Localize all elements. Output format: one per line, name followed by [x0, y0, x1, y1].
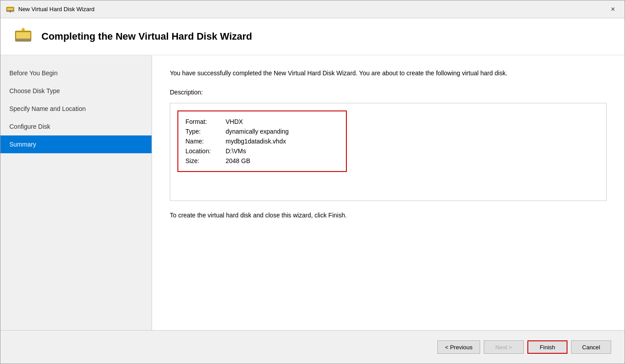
svg-rect-2 [7, 10, 14, 11]
type-label: Type: [185, 128, 226, 135]
location-value: D:\VMs [226, 147, 339, 155]
description-row-format: Format: VHDX [185, 117, 339, 127]
sidebar-item-specify-name-location[interactable]: Specify Name and Location [0, 100, 152, 118]
sidebar-item-summary[interactable]: Summary [0, 135, 152, 153]
svg-point-7 [22, 29, 24, 31]
description-row-location: Location: D:\VMs [185, 146, 339, 156]
description-row-size: Size: 2048 GB [185, 156, 339, 166]
description-row-name: Name: mydbg1datadisk.vhdx [185, 136, 339, 146]
intro-text: You have successfully completed the New … [170, 69, 526, 78]
sidebar-item-before-you-begin[interactable]: Before You Begin [0, 64, 152, 82]
wizard-window: New Virtual Hard Disk Wizard × Completin… [0, 0, 625, 364]
name-label: Name: [185, 138, 226, 145]
sidebar-item-configure-disk[interactable]: Configure Disk [0, 118, 152, 135]
title-bar-left: New Virtual Hard Disk Wizard [6, 5, 95, 14]
wizard-sidebar: Before You Begin Choose Disk Type Specif… [0, 55, 152, 330]
wizard-content: You have successfully completed the New … [152, 55, 625, 330]
sidebar-label-before-you-begin: Before You Begin [9, 70, 58, 77]
description-row-type: Type: dynamically expanding [185, 127, 339, 136]
type-value: dynamically expanding [226, 128, 339, 135]
svg-rect-5 [16, 32, 30, 38]
close-button[interactable]: × [607, 3, 619, 16]
wizard-header-icon [14, 27, 33, 46]
title-bar-text: New Virtual Hard Disk Wizard [18, 6, 95, 12]
description-inner-box: Format: VHDX Type: dynamically expanding… [177, 110, 347, 172]
wizard-footer: < Previous Next > Finish Cancel [0, 330, 625, 364]
cancel-button[interactable]: Cancel [571, 340, 611, 354]
name-value: mydbg1datadisk.vhdx [226, 138, 339, 145]
wizard-header: Completing the New Virtual Hard Disk Wiz… [0, 18, 625, 55]
svg-rect-6 [16, 39, 31, 41]
location-label: Location: [185, 147, 226, 155]
size-value: 2048 GB [226, 157, 339, 164]
sidebar-item-choose-disk-type[interactable]: Choose Disk Type [0, 82, 152, 100]
wizard-body: Before You Begin Choose Disk Type Specif… [0, 55, 625, 330]
sidebar-label-summary: Summary [9, 141, 36, 148]
previous-button[interactable]: < Previous [437, 340, 480, 354]
format-label: Format: [185, 118, 226, 125]
footer-instruction-text: To create the virtual hard disk and clos… [170, 212, 607, 219]
description-box-wrapper: Format: VHDX Type: dynamically expanding… [170, 103, 607, 201]
description-label: Description: [170, 89, 607, 96]
size-label: Size: [185, 157, 226, 164]
wizard-title: Completing the New Virtual Hard Disk Wiz… [41, 31, 252, 42]
format-value: VHDX [226, 118, 339, 125]
title-bar: New Virtual Hard Disk Wizard × [0, 0, 625, 18]
sidebar-label-configure-disk: Configure Disk [9, 123, 50, 130]
sidebar-label-specify-name-location: Specify Name and Location [9, 105, 86, 112]
window-icon [6, 5, 15, 14]
svg-point-3 [10, 11, 11, 12]
next-button[interactable]: Next > [484, 340, 524, 354]
finish-button[interactable]: Finish [527, 340, 567, 354]
sidebar-label-choose-disk-type: Choose Disk Type [9, 87, 60, 94]
